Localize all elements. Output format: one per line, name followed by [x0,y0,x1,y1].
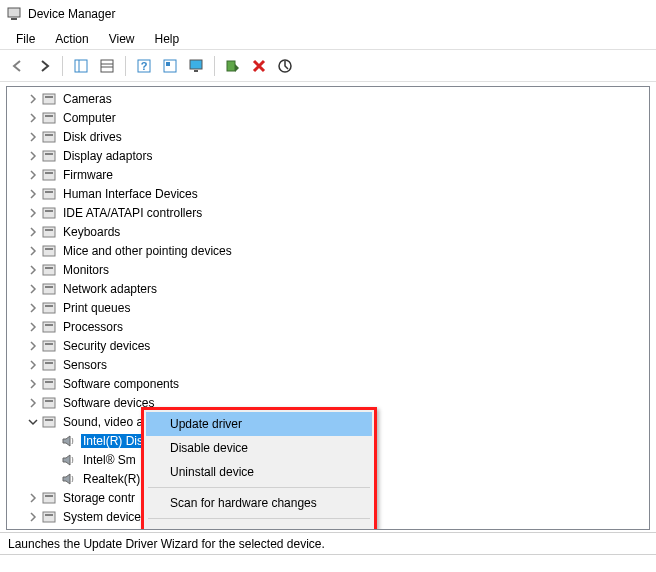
show-hide-console-tree-button[interactable] [69,54,93,78]
window-title: Device Manager [28,7,115,21]
svg-rect-43 [43,360,55,370]
update-driver-button[interactable] [221,54,245,78]
expand-icon[interactable] [25,205,41,221]
menu-file[interactable]: File [6,30,45,48]
disable-button[interactable] [247,54,271,78]
tree-category[interactable]: Sensors [7,355,649,374]
toolbar-separator [125,56,126,76]
security-icon [41,338,57,354]
tree-category[interactable]: Print queues [7,298,649,317]
expand-icon[interactable] [25,490,41,506]
forward-button[interactable] [32,54,56,78]
tree-category[interactable]: Human Interface Devices [7,184,649,203]
context-menu-scan-hardware[interactable]: Scan for hardware changes [146,491,372,515]
menu-action[interactable]: Action [45,30,98,48]
tree-category-label: Universal Seri [61,529,140,531]
context-menu-properties[interactable]: Properties [146,522,372,530]
tree-category-label: Sensors [61,358,109,372]
svg-rect-29 [43,227,55,237]
svg-rect-28 [45,210,53,212]
context-menu-separator [148,518,370,519]
expand-icon[interactable] [25,91,41,107]
tree-category[interactable]: Processors [7,317,649,336]
expand-icon[interactable] [25,262,41,278]
svg-rect-20 [45,134,53,136]
toolbar-separator [214,56,215,76]
expand-icon[interactable] [25,281,41,297]
show-monitor-button[interactable] [184,54,208,78]
expand-icon[interactable] [25,509,41,525]
expand-icon[interactable] [25,338,41,354]
properties-button[interactable] [95,54,119,78]
keyboard-icon [41,224,57,240]
tree-category-label: Keyboards [61,225,122,239]
tree-category[interactable]: IDE ATA/ATAPI controllers [7,203,649,222]
svg-rect-15 [43,94,55,104]
tree-category[interactable]: Software components [7,374,649,393]
expand-icon[interactable] [25,167,41,183]
tree-category[interactable]: Monitors [7,260,649,279]
svg-rect-35 [43,284,55,294]
scan-hardware-button[interactable] [273,54,297,78]
menu-bar: File Action View Help [0,28,656,50]
storage-icon [41,490,57,506]
help-button[interactable]: ? [132,54,156,78]
expand-icon[interactable] [25,376,41,392]
menu-view[interactable]: View [99,30,145,48]
expand-icon[interactable] [25,186,41,202]
system-icon [41,509,57,525]
tree-category[interactable]: Firmware [7,165,649,184]
tree-category-label: System device [61,510,143,524]
svg-rect-18 [45,115,53,117]
tree-category-label: Monitors [61,263,111,277]
toolbar: ? [0,50,656,82]
hid-icon [41,186,57,202]
options-button[interactable] [158,54,182,78]
expand-icon[interactable] [25,224,41,240]
expand-icon[interactable] [25,319,41,335]
tree-category[interactable]: Cameras [7,89,649,108]
tree-device-label: Realtek(R) [81,472,142,486]
svg-rect-51 [43,493,55,503]
back-button[interactable] [6,54,30,78]
context-menu-disable-device[interactable]: Disable device [146,436,372,460]
svg-rect-30 [45,229,53,231]
tree-category[interactable]: Network adapters [7,279,649,298]
expand-icon[interactable] [25,357,41,373]
svg-rect-54 [45,514,53,516]
context-menu: Update driver Disable device Uninstall d… [141,407,377,530]
collapse-icon[interactable] [25,414,41,430]
tree-category[interactable]: Keyboards [7,222,649,241]
tree-category[interactable]: Disk drives [7,127,649,146]
svg-rect-11 [190,60,202,69]
svg-rect-2 [75,60,87,72]
tree-category-label: Print queues [61,301,132,315]
context-menu-uninstall-device[interactable]: Uninstall device [146,460,372,484]
svg-rect-13 [227,61,235,71]
tree-category[interactable]: Mice and other pointing devices [7,241,649,260]
tree-category[interactable]: Security devices [7,336,649,355]
context-menu-separator [148,487,370,488]
expand-icon[interactable] [25,300,41,316]
tree-category[interactable]: Display adaptors [7,146,649,165]
expand-icon[interactable] [25,528,41,531]
menu-help[interactable]: Help [145,30,190,48]
expand-icon[interactable] [25,243,41,259]
expand-icon[interactable] [25,110,41,126]
expand-icon[interactable] [25,129,41,145]
svg-rect-12 [194,70,198,72]
expand-icon[interactable] [25,148,41,164]
svg-rect-47 [43,398,55,408]
toolbar-separator [62,56,63,76]
svg-rect-19 [43,132,55,142]
tree-category-label: Disk drives [61,130,124,144]
context-menu-update-driver[interactable]: Update driver [146,412,372,436]
display-icon [41,148,57,164]
svg-rect-23 [43,170,55,180]
status-bar: Launches the Update Driver Wizard for th… [0,532,656,554]
tree-category-label: Storage contr [61,491,137,505]
tree-category[interactable]: Computer [7,108,649,127]
svg-rect-42 [45,343,53,345]
expand-icon[interactable] [25,395,41,411]
tree-category-label: Software components [61,377,181,391]
